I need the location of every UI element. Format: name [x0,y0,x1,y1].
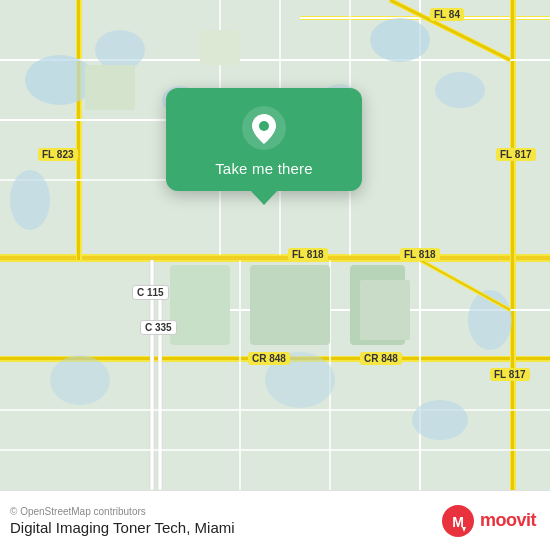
road-label-fl818-left: FL 818 [288,248,328,261]
svg-point-30 [10,170,50,230]
location-pin-icon [242,106,286,150]
road-label-fl817-bottom: FL 817 [490,368,530,381]
road-label-cr848-right: CR 848 [360,352,402,365]
svg-point-37 [412,400,468,440]
svg-point-33 [370,18,430,62]
location-name: Digital Imaging Toner Tech, Miami [10,519,235,536]
svg-point-31 [95,30,145,70]
svg-rect-13 [511,0,514,490]
svg-point-48 [259,121,269,131]
svg-rect-41 [200,30,240,65]
road-label-fl84: FL 84 [430,8,464,21]
svg-rect-5 [0,256,550,260]
map-background [0,0,550,490]
road-label-fl818-right: FL 818 [400,248,440,261]
road-label-cr848-left: CR 848 [248,352,290,365]
svg-point-29 [25,55,95,105]
svg-rect-9 [77,0,80,260]
attribution-text: © OpenStreetMap contributors [10,506,235,517]
moovit-logo[interactable]: M moovit [442,505,536,537]
map-container: FL 823 FL 817 FL 84 FL 818 FL 818 CR 848… [0,0,550,490]
svg-rect-42 [360,280,410,340]
svg-rect-27 [250,265,330,345]
bottom-left: © OpenStreetMap contributors Digital Ima… [10,506,235,536]
svg-point-38 [50,355,110,405]
svg-rect-40 [85,65,135,110]
road-label-c115: C 115 [132,285,169,300]
popup-card[interactable]: Take me there [166,88,362,191]
svg-rect-26 [170,265,230,345]
moovit-icon: M [442,505,474,537]
bottom-bar: © OpenStreetMap contributors Digital Ima… [0,490,550,550]
svg-point-34 [435,72,485,108]
road-label-c335: C 335 [140,320,177,335]
moovit-text: moovit [480,510,536,531]
svg-text:M: M [452,514,464,530]
popup-label: Take me there [215,160,313,177]
road-label-fl817-right: FL 817 [496,148,536,161]
road-label-fl823: FL 823 [38,148,78,161]
